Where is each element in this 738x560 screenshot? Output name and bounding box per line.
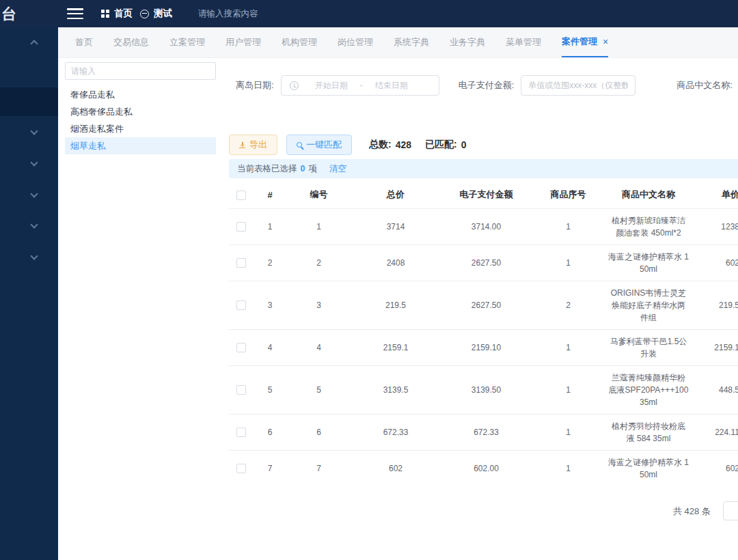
cell-total: 672.33 (351, 415, 440, 451)
amount-input[interactable] (521, 75, 636, 96)
row-checkbox[interactable] (236, 464, 246, 473)
cell-index: 3 (254, 281, 286, 330)
cell-unit: 602 (693, 451, 738, 481)
cell-payment: 602.00 (440, 451, 532, 481)
cell-name: 植村秀羽纱持妆粉底液 584 35ml (604, 415, 693, 451)
select-all-checkbox[interactable] (236, 191, 246, 200)
filter-row: 离岛日期: 开始日期 - 结束日期 电子支付金额: 商品中文名称: (236, 75, 738, 96)
tab[interactable]: 岗位管理 (338, 27, 373, 57)
export-label: 导出 (249, 139, 267, 151)
chevron-up-icon[interactable] (30, 40, 38, 47)
cell-name: ORIGINS韦博士灵芝焕能好底子精华水两件组 (604, 281, 693, 330)
row-checkbox[interactable] (236, 258, 246, 268)
nav-test[interactable]: 测试 (140, 0, 172, 27)
header-total: 总价 (351, 181, 440, 209)
name-filter-label: 商品中文名称: (676, 79, 733, 92)
total-label: 总数: (369, 139, 392, 151)
category-search-input[interactable] (65, 62, 216, 80)
match-label: 一键匹配 (306, 139, 342, 151)
cell-checkbox (229, 330, 254, 366)
cell-name: 兰蔻菁纯臻颜精华粉底液SPF20PA+++100 35ml (604, 366, 693, 415)
cell-total: 219.5 (351, 281, 440, 330)
cell-seq: 1 (532, 209, 604, 245)
category-item[interactable]: 烟酒走私案件 (65, 120, 216, 137)
cell-payment: 2627.50 (440, 245, 532, 281)
tab[interactable]: 用户管理 (226, 27, 261, 57)
matched-label: 已匹配: (425, 139, 457, 151)
category-item-active[interactable]: 烟草走私 (65, 137, 216, 154)
pagination-total: 共 428 条 (673, 505, 711, 518)
cell-seq: 1 (532, 366, 604, 415)
toolbar: 导出 一键匹配 总数: 428 已匹配: 0 (229, 135, 467, 155)
cell-total: 2408 (351, 245, 440, 281)
cell-seq: 1 (532, 451, 604, 481)
cell-total: 602 (351, 451, 440, 481)
case-detail-panel: 离岛日期: 开始日期 - 结束日期 电子支付金额: 商品中文名称: (226, 58, 738, 560)
tab[interactable]: 菜单管理 (506, 27, 541, 57)
cell-total: 2159.1 (351, 330, 440, 366)
tab[interactable]: 机构管理 (282, 27, 317, 57)
cell-checkbox (229, 451, 254, 481)
row-checkbox[interactable] (236, 222, 246, 232)
row-checkbox[interactable] (236, 385, 246, 395)
cell-name: 马爹利蓝带干邑1.5公升装 (604, 330, 693, 366)
chevron-down-icon[interactable] (30, 190, 38, 197)
category-panel: 奢侈品走私 高档奢侈品走私 烟酒走私案件 烟草走私 (58, 58, 226, 560)
row-checkbox[interactable] (236, 343, 246, 352)
tab[interactable]: 业务字典 (450, 27, 485, 57)
page-size-select[interactable] (723, 501, 738, 520)
row-checkbox[interactable] (236, 300, 246, 310)
tab[interactable]: 系统字典 (394, 27, 429, 57)
nav-home[interactable]: 首页 (101, 0, 133, 27)
chevron-down-icon[interactable] (30, 252, 38, 260)
sidebar-active-item[interactable] (0, 87, 58, 116)
cell-total: 3714 (351, 209, 440, 245)
cell-code: 4 (286, 330, 351, 366)
match-button[interactable]: 一键匹配 (286, 135, 352, 155)
cell-unit: 602 (693, 245, 738, 281)
category-list: 奢侈品走私 高档奢侈品走私 烟酒走私案件 烟草走私 (65, 86, 216, 154)
tab-case-management[interactable]: 案件管理 × (562, 27, 608, 57)
clear-selection-link[interactable]: 清空 (329, 163, 346, 175)
nav-home-label: 首页 (114, 8, 133, 20)
date-start-placeholder: 开始日期 (315, 80, 348, 92)
cell-index: 6 (254, 415, 286, 451)
table-row: 4 4 2159.1 2159.10 1 马爹利蓝带干邑1.5公升装 2159.… (229, 330, 738, 366)
cell-index: 2 (254, 245, 286, 281)
tab[interactable]: 首页 (75, 27, 93, 57)
table-row: 7 7 602 602.00 1 海蓝之谜修护精萃水 150ml 602 (229, 451, 738, 481)
nav-test-label: 测试 (154, 8, 172, 20)
row-checkbox[interactable] (236, 428, 246, 437)
chevron-down-icon[interactable] (30, 127, 38, 135)
category-item[interactable]: 奢侈品走私 (65, 86, 216, 103)
cell-code: 6 (286, 415, 351, 451)
cell-payment: 2627.50 (440, 281, 532, 330)
matched-value: 0 (461, 139, 467, 150)
hamburger-menu-icon[interactable] (67, 8, 83, 19)
topbar: 台 首页 测试 (0, 0, 738, 27)
cell-name: 海蓝之谜修护精萃水 150ml (604, 451, 693, 481)
cell-seq: 1 (532, 330, 604, 366)
cell-unit: 1238 (693, 209, 738, 245)
global-search-input[interactable] (198, 5, 314, 22)
cell-seq: 1 (532, 245, 604, 281)
close-icon[interactable]: × (603, 36, 608, 47)
cell-index: 7 (254, 451, 286, 481)
pagination: 共 428 条 (226, 501, 738, 521)
tab-label: 案件管理 (562, 36, 597, 48)
table-row: 6 6 672.33 672.33 1 植村秀羽纱持妆粉底液 584 35ml … (229, 415, 738, 451)
date-range-picker[interactable]: 开始日期 - 结束日期 (281, 75, 439, 96)
cell-code: 1 (286, 209, 351, 245)
cell-seq: 1 (532, 415, 604, 451)
tab[interactable]: 立案管理 (169, 27, 205, 57)
chevron-down-icon[interactable] (30, 158, 38, 166)
tab[interactable]: 交易信息 (113, 27, 149, 57)
table-header-row: # 编号 总价 电子支付金额 商品序号 商品中文名称 单价 (229, 181, 738, 209)
stats: 总数: 428 已匹配: 0 (369, 139, 467, 151)
export-button[interactable]: 导出 (229, 135, 277, 155)
cell-payment: 2159.10 (440, 330, 532, 366)
cell-code: 5 (286, 366, 351, 415)
category-item[interactable]: 高档奢侈品走私 (65, 103, 216, 120)
download-icon (239, 142, 245, 148)
chevron-down-icon[interactable] (30, 221, 38, 228)
